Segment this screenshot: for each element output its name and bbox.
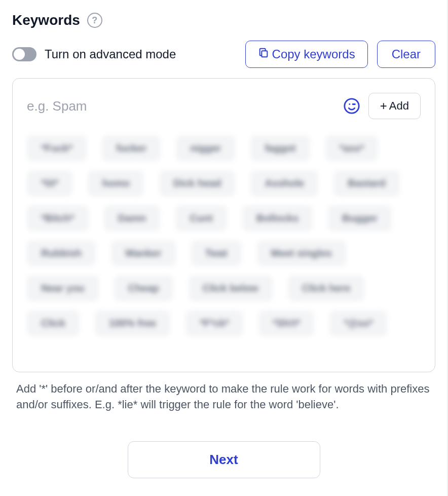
keyword-chip[interactable]: Click xyxy=(27,310,80,336)
keyword-chip[interactable]: Click here xyxy=(288,275,365,301)
wink-emoji-icon xyxy=(343,97,360,115)
next-button-label: Next xyxy=(209,452,238,467)
svg-rect-0 xyxy=(262,51,267,57)
controls-row: Turn on advanced mode Copy keywords Clea… xyxy=(12,41,435,68)
advanced-mode-label: Turn on advanced mode xyxy=(45,47,176,61)
keyword-chips: *Fuck*fuckerniggerfaggot*ass**tit*homoDi… xyxy=(27,135,421,336)
copy-keywords-button[interactable]: Copy keywords xyxy=(245,41,368,68)
keyword-chip[interactable]: Cheap xyxy=(114,275,173,301)
keyword-chip[interactable]: *tit* xyxy=(27,170,72,196)
copy-icon xyxy=(258,47,269,61)
emoji-picker-button[interactable] xyxy=(342,96,361,116)
keyword-chip[interactable]: Bollocks xyxy=(242,205,313,231)
keyword-chip[interactable]: *ass* xyxy=(325,135,379,161)
keyword-chip[interactable]: *Fuck* xyxy=(27,135,87,161)
clear-button[interactable]: Clear xyxy=(377,41,435,68)
keyword-chip[interactable]: Bastard xyxy=(333,170,399,196)
advanced-mode-toggle-group: Turn on advanced mode xyxy=(12,47,176,61)
wildcard-hint: Add '*' before or/and after the keyword … xyxy=(12,381,435,413)
keyword-chip[interactable]: faggot xyxy=(250,135,310,161)
plus-icon: + xyxy=(380,100,387,112)
keyword-chip[interactable]: Dick head xyxy=(159,170,235,196)
keyword-chip[interactable]: fucker xyxy=(102,135,161,161)
page-title: Keywords xyxy=(12,12,80,28)
keyword-input-row: + Add xyxy=(27,93,421,119)
next-row: Next xyxy=(12,441,435,478)
keyword-chip[interactable]: homo xyxy=(88,170,143,196)
keywords-header: Keywords ? xyxy=(12,12,435,28)
keyword-chip[interactable]: Damn xyxy=(104,205,161,231)
keyword-chip[interactable]: 100% free xyxy=(95,310,170,336)
toggle-knob xyxy=(14,49,25,60)
keyword-chip[interactable]: *@ss* xyxy=(329,310,387,336)
svg-point-2 xyxy=(349,103,350,105)
keyword-chip[interactable]: nigger xyxy=(176,135,235,161)
keyword-chip[interactable]: Near you xyxy=(27,275,99,301)
keyword-chip[interactable]: Rubbish xyxy=(27,240,96,266)
copy-keywords-label: Copy keywords xyxy=(272,47,355,61)
keyword-chip[interactable]: Meet singles xyxy=(257,240,346,266)
add-button-label: Add xyxy=(389,99,409,113)
keyword-chip[interactable]: Twat xyxy=(191,240,242,266)
add-keyword-button[interactable]: + Add xyxy=(368,93,421,119)
svg-point-1 xyxy=(345,99,359,113)
next-button[interactable]: Next xyxy=(128,441,320,478)
keyword-chip[interactable]: Bugger xyxy=(328,205,392,231)
keyword-chip[interactable]: Asshole xyxy=(250,170,318,196)
keyword-input[interactable] xyxy=(27,93,335,119)
help-icon[interactable]: ? xyxy=(87,13,102,28)
keyword-chip[interactable]: *F*ck* xyxy=(185,310,243,336)
keyword-chip[interactable]: *Sh!t* xyxy=(258,310,314,336)
clear-button-label: Clear xyxy=(392,47,421,61)
action-buttons: Copy keywords Clear xyxy=(245,41,435,68)
keyword-chip[interactable]: Wanker xyxy=(111,240,176,266)
keyword-chip[interactable]: Cunt xyxy=(175,205,227,231)
advanced-mode-toggle[interactable] xyxy=(12,47,36,61)
keyword-chip[interactable]: Click below xyxy=(189,275,273,301)
keyword-chip[interactable]: *Bitch* xyxy=(27,205,89,231)
keywords-box: + Add *Fuck*fuckerniggerfaggot*ass**tit*… xyxy=(12,78,435,372)
